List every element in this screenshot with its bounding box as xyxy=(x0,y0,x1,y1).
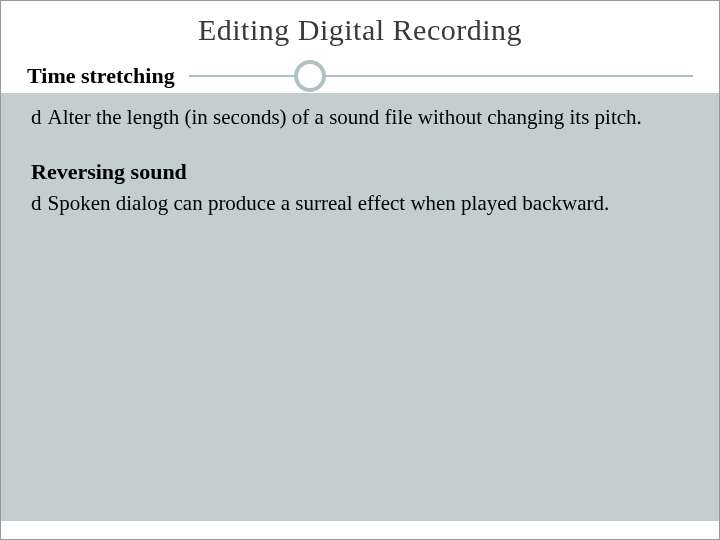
bullet-text: Alter the length (in seconds) of a sound… xyxy=(48,103,690,131)
section1-heading: Time stretching xyxy=(27,63,175,89)
circle-icon xyxy=(294,60,326,92)
bullet-icon: d xyxy=(31,103,42,131)
list-item: d Spoken dialog can produce a surreal ef… xyxy=(31,189,689,217)
bullet-icon: d xyxy=(31,189,42,217)
slide: Editing Digital Recording Time stretchin… xyxy=(0,0,720,540)
title-region: Editing Digital Recording xyxy=(1,1,719,53)
bullet-text: Spoken dialog can produce a surreal effe… xyxy=(48,189,690,217)
list-item: d Alter the length (in seconds) of a sou… xyxy=(31,103,689,131)
divider-line xyxy=(189,75,693,77)
section2-heading: Reversing sound xyxy=(31,159,689,185)
slide-title: Editing Digital Recording xyxy=(1,13,719,47)
section2: Reversing sound d Spoken dialog can prod… xyxy=(31,159,689,217)
content-area: d Alter the length (in seconds) of a sou… xyxy=(1,93,719,521)
divider-rule xyxy=(189,59,693,93)
subtitle-row: Time stretching xyxy=(1,59,719,93)
